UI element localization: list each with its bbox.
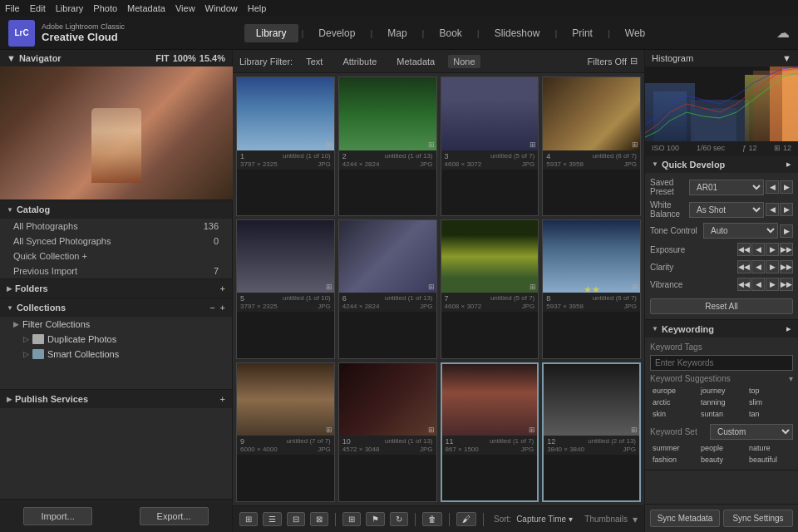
- catalog-item-synced[interactable]: All Synced Photographs 0: [0, 234, 232, 249]
- kw-tag-suntan[interactable]: suntan: [698, 409, 745, 419]
- tab-book[interactable]: Book: [427, 24, 473, 42]
- nav-154[interactable]: 15.4%: [200, 53, 225, 63]
- photo-cell-2[interactable]: ⊞ 2 untitled (1 of 13) 4244 × 2824 JPG: [338, 76, 437, 216]
- catalog-item-all[interactable]: All Photographs 136: [0, 219, 232, 234]
- import-button[interactable]: Import...: [23, 507, 91, 525]
- menu-edit[interactable]: Edit: [30, 3, 46, 13]
- filter-none[interactable]: None: [448, 55, 480, 68]
- qd-reset-button[interactable]: Reset All: [650, 298, 793, 314]
- qd-vib-d[interactable]: ◀: [751, 278, 765, 291]
- kw-tag-tanning[interactable]: tanning: [698, 397, 745, 407]
- tab-map[interactable]: Map: [376, 24, 418, 42]
- rotate-btn[interactable]: ↻: [390, 512, 408, 526]
- cloud-icon[interactable]: ☁: [776, 25, 790, 41]
- tab-web[interactable]: Web: [613, 24, 657, 42]
- kw-custom-people[interactable]: people: [698, 443, 745, 453]
- photo-cell-9[interactable]: ⊞ 9 untitled (7 of 7) 6000 × 4000 JPG: [236, 362, 335, 502]
- kw-custom-summer[interactable]: summer: [650, 443, 697, 453]
- qd-tone-select[interactable]: Auto: [703, 223, 778, 239]
- kw-custom-nature[interactable]: nature: [746, 443, 793, 453]
- grid-view-btn[interactable]: ⊞: [239, 512, 258, 526]
- qd-preset-select[interactable]: AR01: [689, 180, 764, 195]
- histogram-header[interactable]: Histogram ▼: [645, 50, 798, 66]
- list-view-btn[interactable]: ☰: [263, 512, 282, 526]
- delete-btn[interactable]: 🗑: [422, 512, 442, 526]
- collection-filter[interactable]: ▶ Filter Collections: [0, 317, 232, 332]
- photo-cell-4[interactable]: ⊞ 4 untitled (6 of 7) 5937 × 3958 JPG: [542, 76, 641, 216]
- nav-fit[interactable]: FIT: [155, 53, 170, 63]
- tab-slideshow[interactable]: Slideshow: [483, 24, 552, 42]
- tab-develop[interactable]: Develop: [307, 24, 367, 42]
- compare-view-btn[interactable]: ⊟: [287, 512, 305, 526]
- qd-exp-u[interactable]: ▶: [766, 243, 779, 256]
- qd-exp-uu[interactable]: ▶▶: [780, 243, 793, 256]
- kw-tag-slim[interactable]: slim: [746, 397, 793, 407]
- kw-header[interactable]: ▼ Keywording ▸: [645, 320, 798, 337]
- collections-header[interactable]: ▼ Collections − +: [0, 298, 232, 317]
- tab-library[interactable]: Library: [244, 24, 298, 42]
- collections-minus[interactable]: −: [209, 303, 214, 313]
- photo-cell-1[interactable]: ⊞ 1 untitled (1 of 10) 3797 × 2325 JPG: [236, 76, 335, 216]
- kw-tag-top[interactable]: top: [746, 386, 793, 396]
- qd-header[interactable]: ▼ Quick Develop ▸: [645, 155, 798, 173]
- qd-tone-expand[interactable]: ▶: [780, 224, 793, 238]
- folders-header[interactable]: ▶ Folders +: [0, 279, 232, 298]
- photo-cell-11[interactable]: ⊞ 11 untitled (1 of 7) 867 × 1500 JPG: [441, 362, 539, 502]
- navigator-header[interactable]: ▼ Navigator FIT 100% 15.4%: [0, 50, 232, 66]
- menu-library[interactable]: Library: [56, 3, 84, 13]
- kw-tag-europe[interactable]: europe: [650, 386, 697, 396]
- photo-cell-3[interactable]: ⊞ 3 untitled (5 of 7) 4608 × 3072 JPG: [441, 76, 539, 216]
- photo-cell-7[interactable]: ⊞ 7 untitled (5 of 7) 4608 × 3072 JPG: [441, 219, 539, 359]
- photo-cell-10[interactable]: ⊞ 10 untitled (1 of 13) 4572 × 3048 JPG: [338, 362, 437, 502]
- tab-print[interactable]: Print: [560, 24, 604, 42]
- qd-cla-uu[interactable]: ▶▶: [780, 260, 793, 273]
- collection-smart[interactable]: ▷ Smart Collections: [0, 347, 232, 362]
- kw-custom-fashion[interactable]: fashion: [650, 455, 697, 465]
- kw-set-select[interactable]: Custom: [710, 424, 793, 440]
- menu-file[interactable]: File: [5, 3, 20, 13]
- qd-wb-prev[interactable]: ◀: [766, 203, 779, 216]
- qd-cla-dd[interactable]: ◀◀: [737, 260, 751, 273]
- nav-100[interactable]: 100%: [173, 53, 196, 63]
- filter-attribute[interactable]: Attribute: [336, 55, 383, 68]
- kw-tag-arctic[interactable]: arctic: [650, 397, 697, 407]
- filter-expand[interactable]: ⊟: [630, 56, 638, 66]
- keyword-input[interactable]: [650, 355, 793, 371]
- qd-cla-u[interactable]: ▶: [766, 260, 779, 273]
- qd-cla-d[interactable]: ◀: [751, 260, 765, 273]
- catalog-header[interactable]: ▼ Catalog: [0, 200, 232, 219]
- publish-add[interactable]: +: [220, 394, 225, 404]
- sync-settings-btn[interactable]: Sync Settings: [723, 510, 793, 527]
- qd-vib-u[interactable]: ▶: [766, 278, 779, 291]
- kw-tag-skin[interactable]: skin: [650, 409, 697, 419]
- menu-photo[interactable]: Photo: [93, 3, 117, 13]
- map-btn[interactable]: ⊞: [342, 512, 361, 526]
- thumbnail-expand[interactable]: ▾: [633, 514, 638, 525]
- qd-exp-d[interactable]: ◀: [751, 243, 765, 256]
- menu-window[interactable]: Window: [205, 3, 238, 13]
- photo-cell-5[interactable]: ⊞ 5 untitled (1 of 10) 3797 × 2325 JPG: [236, 219, 335, 359]
- kw-custom-beauty[interactable]: beauty: [698, 455, 745, 465]
- collection-duplicate[interactable]: ▷ Duplicate Photos: [0, 332, 232, 347]
- flag-btn[interactable]: ⚑: [366, 512, 385, 526]
- menu-help[interactable]: Help: [248, 3, 267, 13]
- filter-metadata[interactable]: Metadata: [390, 55, 441, 68]
- catalog-item-quick[interactable]: Quick Collection +: [0, 249, 232, 264]
- survey-view-btn[interactable]: ⊠: [310, 512, 328, 526]
- menu-view[interactable]: View: [175, 3, 195, 13]
- qd-wb-select[interactable]: As Shot: [689, 202, 764, 218]
- qd-preset-next[interactable]: ▶: [780, 180, 793, 194]
- sync-metadata-btn[interactable]: Sync Metadata: [650, 510, 720, 527]
- photo-cell-12[interactable]: ⊞ 12 untitled (2 of 13) 3840 × 3840 JPG: [542, 362, 641, 502]
- paint-btn[interactable]: 🖌: [456, 512, 476, 526]
- publish-header[interactable]: ▶ Publish Services +: [0, 390, 232, 408]
- sort-value[interactable]: Capture Time ▾: [516, 515, 573, 524]
- qd-exp-dd[interactable]: ◀◀: [737, 243, 751, 256]
- collections-add[interactable]: +: [220, 303, 225, 313]
- qd-wb-next[interactable]: ▶: [780, 203, 793, 216]
- filter-text[interactable]: Text: [299, 55, 329, 68]
- catalog-item-previous[interactable]: Previous Import 7: [0, 264, 232, 278]
- kw-tag-tan[interactable]: tan: [746, 409, 793, 419]
- photo-cell-6[interactable]: ⊞ 6 untitled (1 of 13) 4244 × 2824 JPG: [338, 219, 437, 359]
- kw-custom-beautiful[interactable]: beautiful: [746, 455, 793, 465]
